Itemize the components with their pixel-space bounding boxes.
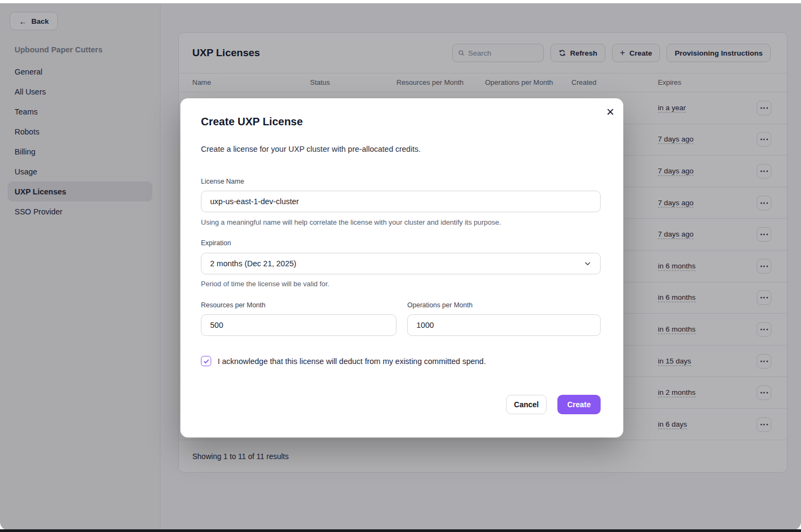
close-button[interactable]: ✕ — [603, 105, 618, 120]
expiration-label: Expiration — [201, 239, 231, 247]
resources-label: Resources per Month — [201, 301, 266, 309]
acknowledge-label: I acknowledge that this license will ded… — [218, 357, 486, 366]
license-name-label: License Name — [201, 178, 244, 185]
check-icon — [203, 358, 210, 365]
acknowledge-checkbox[interactable] — [201, 356, 211, 366]
acknowledge-row[interactable]: I acknowledge that this license will ded… — [201, 356, 486, 366]
modal-title: Create UXP License — [201, 116, 303, 128]
operations-label: Operations per Month — [407, 301, 473, 309]
modal-create-button[interactable]: Create — [557, 395, 601, 414]
modal-subtitle: Create a license for your UXP cluster wi… — [201, 145, 421, 153]
license-name-help: Using a meaningful name will help correl… — [201, 218, 501, 226]
license-name-field[interactable] — [201, 191, 601, 212]
window-bottom-edge — [0, 529, 801, 532]
cancel-button[interactable]: Cancel — [506, 395, 547, 414]
close-icon: ✕ — [606, 106, 615, 118]
create-license-modal: ✕ Create UXP License Create a license fo… — [180, 98, 623, 437]
expiration-help: Period of time the license will be valid… — [201, 280, 329, 288]
expiration-value: 2 months (Dec 21, 2025) — [210, 259, 297, 268]
operations-field[interactable] — [407, 314, 601, 336]
expiration-select[interactable]: 2 months (Dec 21, 2025) — [201, 253, 601, 274]
resources-field[interactable] — [201, 314, 396, 336]
chevron-down-icon — [584, 260, 591, 267]
